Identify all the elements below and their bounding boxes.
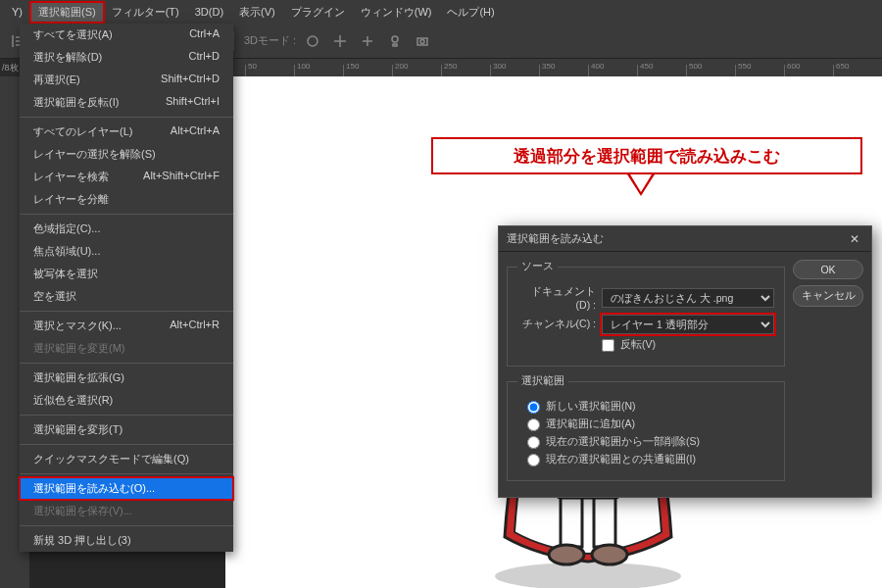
cancel-button[interactable]: キャンセル — [793, 285, 863, 307]
ok-button[interactable]: OK — [793, 260, 863, 279]
radio-label: 新しい選択範囲(N) — [546, 400, 636, 414]
range-fieldset: 選択範囲 新しい選択範囲(N)選択範囲に追加(A)現在の選択範囲から一部削除(S… — [507, 374, 785, 481]
orbit-icon[interactable] — [302, 30, 323, 52]
radio-row: 現在の選択範囲との共通範囲(I) — [527, 453, 774, 466]
menu-window[interactable]: ウィンドウ(W) — [353, 2, 440, 23]
radio-row: 現在の選択範囲から一部削除(S) — [527, 435, 774, 449]
menubar: Y) 選択範囲(S) フィルター(T) 3D(D) 表示(V) プラグイン ウィ… — [0, 0, 882, 24]
menu-item[interactable]: 選択とマスク(K)...Alt+Ctrl+R — [20, 315, 233, 337]
menu-item[interactable]: 再選択(E)Shift+Ctrl+D — [20, 69, 233, 91]
svg-point-12 — [549, 545, 584, 564]
mode-label: 3Dモード : — [244, 33, 296, 48]
svg-point-4 — [392, 36, 398, 42]
menu-item[interactable]: 選択範囲を拡張(G) — [20, 367, 233, 389]
menu-item[interactable]: 選択範囲を反転(I)Shift+Ctrl+I — [20, 91, 233, 114]
menu-item[interactable]: レイヤーを分離 — [20, 188, 233, 211]
radio-input[interactable] — [527, 454, 540, 466]
separator — [233, 31, 234, 51]
channel-select[interactable]: レイヤー 1 透明部分 — [602, 315, 774, 334]
menu-item[interactable]: 選択を解除(D)Ctrl+D — [20, 46, 233, 69]
menu-3d[interactable]: 3D(D) — [187, 3, 231, 21]
range-legend: 選択範囲 — [517, 374, 568, 388]
pan-icon[interactable] — [329, 30, 351, 52]
menu-item[interactable]: 新規 3D 押し出し(3) — [20, 529, 233, 552]
document-label: ドキュメント(D) : — [517, 285, 596, 311]
menu-item[interactable]: 選択範囲を読み込む(O)... — [20, 477, 233, 500]
radio-label: 現在の選択範囲との共通範囲(I) — [546, 453, 696, 466]
menu-select[interactable]: 選択範囲(S) — [30, 2, 104, 23]
radio-label: 選択範囲に追加(A) — [546, 417, 635, 431]
radio-input[interactable] — [527, 436, 540, 449]
dolly-icon[interactable] — [357, 30, 378, 52]
svg-point-13 — [592, 545, 627, 564]
menu-item[interactable]: 選択範囲を変更(M) — [20, 337, 233, 360]
dialog-titlebar[interactable]: 選択範囲を読み込む ✕ — [499, 226, 871, 252]
light-icon[interactable] — [384, 30, 406, 52]
menu-item[interactable]: 空を選択 — [20, 285, 233, 308]
load-selection-dialog: 選択範囲を読み込む ✕ ソース ドキュメント(D) : のぼきんおじさん 大 .… — [498, 225, 872, 498]
radio-input[interactable] — [527, 401, 540, 414]
select-menu-dropdown: すべてを選択(A)Ctrl+A選択を解除(D)Ctrl+D再選択(E)Shift… — [20, 24, 233, 552]
camera-icon[interactable] — [412, 30, 433, 52]
menu-item[interactable]: レイヤーを検索Alt+Shift+Ctrl+F — [20, 166, 233, 188]
svg-point-6 — [420, 39, 424, 43]
document-select[interactable]: のぼきんおじさん 大 .png — [602, 288, 774, 308]
menu-item[interactable]: 被写体を選択 — [20, 263, 233, 285]
menu-edge[interactable]: Y) — [4, 3, 30, 21]
menu-item[interactable]: レイヤーの選択を解除(S) — [20, 143, 233, 166]
menu-filter[interactable]: フィルター(T) — [104, 2, 187, 23]
menu-item[interactable]: すべてのレイヤー(L)Alt+Ctrl+A — [20, 121, 233, 143]
menu-item[interactable]: 選択範囲を変形(T) — [20, 418, 233, 441]
menu-view[interactable]: 表示(V) — [231, 2, 283, 23]
svg-rect-11 — [594, 498, 615, 547]
channel-label: チャンネル(C) : — [517, 318, 596, 331]
radio-row: 新しい選択範囲(N) — [527, 400, 774, 414]
annotation-callout: 透過部分を選択範囲で読み込みこむ — [431, 137, 862, 174]
menu-help[interactable]: ヘルプ(H) — [439, 2, 502, 23]
svg-point-3 — [308, 36, 318, 46]
radio-input[interactable] — [527, 418, 540, 431]
source-legend: ソース — [517, 260, 558, 273]
menu-plugin[interactable]: プラグイン — [283, 2, 353, 23]
dialog-title: 選択範囲を読み込む — [507, 232, 604, 246]
svg-rect-10 — [561, 498, 582, 547]
radio-label: 現在の選択範囲から一部削除(S) — [546, 435, 700, 449]
menu-item[interactable]: 選択範囲を保存(V)... — [20, 500, 233, 522]
menu-item[interactable]: 色域指定(C)... — [20, 218, 233, 240]
menu-item[interactable]: 近似色を選択(R) — [20, 389, 233, 412]
source-fieldset: ソース ドキュメント(D) : のぼきんおじさん 大 .png チャンネル(C)… — [507, 260, 785, 367]
radio-row: 選択範囲に追加(A) — [527, 417, 774, 431]
menu-item[interactable]: 焦点領域(U)... — [20, 240, 233, 263]
invert-checkbox[interactable] — [602, 339, 614, 352]
close-icon[interactable]: ✕ — [850, 232, 863, 246]
menu-item[interactable]: クイックマスクモードで編集(Q) — [20, 448, 233, 470]
annotation-arrow — [627, 174, 655, 196]
menu-item[interactable]: すべてを選択(A)Ctrl+A — [20, 24, 233, 46]
svg-point-7 — [495, 563, 681, 588]
invert-label: 反転(V) — [620, 338, 656, 352]
